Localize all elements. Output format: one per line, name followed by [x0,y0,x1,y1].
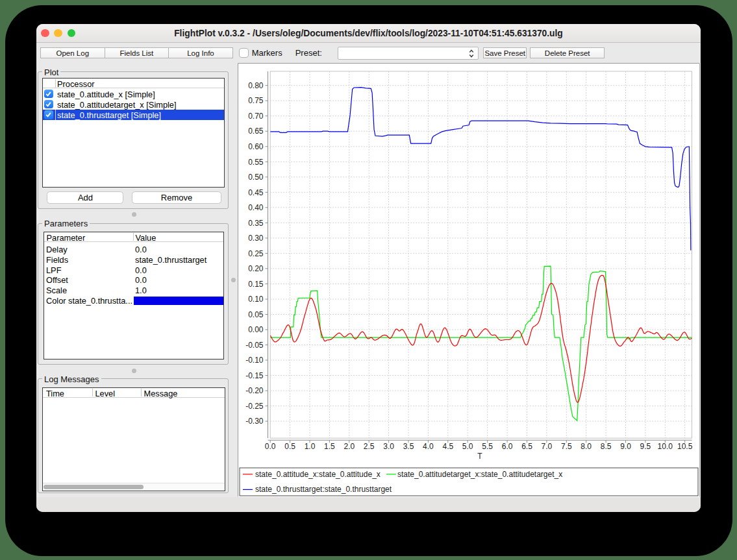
svg-text:state_0.thrusttarget:state_0.t: state_0.thrusttarget:state_0.thrusttarge… [255,485,392,494]
svg-text:10.5: 10.5 [677,442,693,451]
svg-text:5.0: 5.0 [462,442,473,451]
svg-text:2.0: 2.0 [344,442,355,451]
svg-text:0.55: 0.55 [248,158,264,167]
svg-text:9.0: 9.0 [620,442,631,451]
svg-text:-0.25: -0.25 [245,402,264,411]
svg-text:-0.20: -0.20 [245,386,264,395]
svg-text:1.5: 1.5 [324,442,335,451]
svg-text:6.0: 6.0 [502,442,513,451]
svg-text:0.80: 0.80 [248,81,264,90]
svg-text:6.5: 6.5 [521,442,532,451]
svg-text:0.45: 0.45 [248,188,264,197]
svg-text:4.5: 4.5 [442,442,453,451]
svg-text:0.5: 0.5 [284,442,295,451]
svg-text:7.5: 7.5 [561,442,572,451]
svg-text:0.20: 0.20 [248,264,264,273]
svg-text:0.15: 0.15 [248,280,264,289]
svg-text:-0.15: -0.15 [245,371,264,380]
svg-text:0.35: 0.35 [248,219,264,228]
svg-text:-0.10: -0.10 [245,356,264,365]
svg-text:3.5: 3.5 [403,442,414,451]
svg-text:0.30: 0.30 [248,234,264,243]
svg-text:-0.05: -0.05 [245,341,264,350]
svg-text:0.00: 0.00 [248,325,264,334]
svg-text:0.0: 0.0 [265,442,276,451]
svg-text:9.5: 9.5 [640,442,651,451]
svg-text:0.50: 0.50 [248,173,264,182]
svg-text:0.75: 0.75 [248,97,264,106]
svg-text:0.25: 0.25 [248,249,264,258]
svg-text:2.5: 2.5 [364,442,375,451]
svg-text:7.0: 7.0 [542,442,553,451]
svg-text:T: T [477,452,482,461]
svg-text:4.0: 4.0 [423,442,434,451]
svg-text:10.0: 10.0 [658,442,673,451]
svg-text:8.0: 8.0 [581,442,592,451]
svg-text:5.5: 5.5 [482,442,493,451]
svg-text:0.60: 0.60 [248,142,264,151]
svg-text:8.5: 8.5 [601,442,612,451]
svg-text:state_0.attitudetarget_x:state: state_0.attitudetarget_x:state_0.attitud… [397,470,562,479]
svg-text:state_0.attitude_x:state_0.att: state_0.attitude_x:state_0.attitude_x [255,470,381,479]
svg-text:0.10: 0.10 [248,295,264,304]
svg-text:3.0: 3.0 [383,442,394,451]
svg-text:0.40: 0.40 [248,203,264,212]
svg-text:-0.30: -0.30 [245,417,264,426]
svg-text:0.70: 0.70 [248,112,264,121]
svg-text:1.0: 1.0 [305,442,316,451]
svg-text:0.05: 0.05 [248,310,264,319]
svg-text:0.65: 0.65 [248,127,264,136]
